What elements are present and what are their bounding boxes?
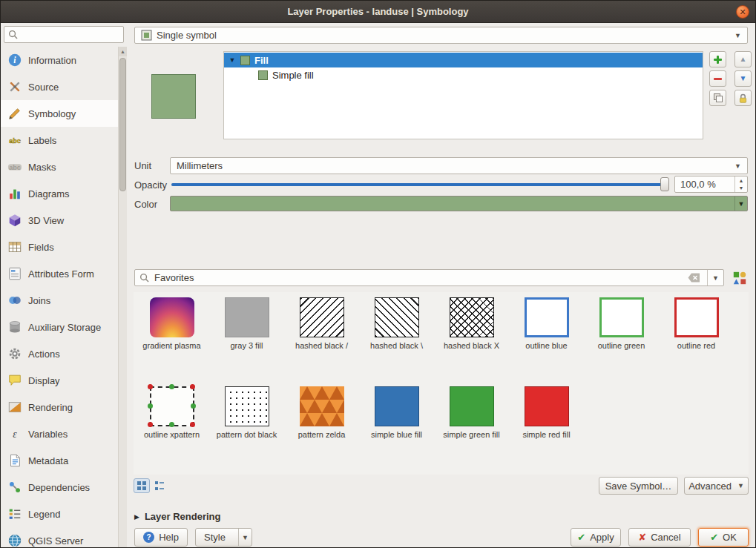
move-down-button[interactable]: ▼ — [734, 70, 752, 87]
symbol-item-outline-xpattern[interactable]: outline xpattern — [134, 386, 209, 440]
info-icon: i — [7, 53, 22, 67]
symbol-label: gray 3 fill — [230, 341, 263, 351]
symbol-item-outline-blue[interactable]: outline blue — [509, 297, 584, 351]
symbol-item-pattern-zelda[interactable]: pattern zelda — [284, 386, 359, 440]
sidebar-item-rendering[interactable]: Rendering — [1, 394, 118, 420]
sidebar-item-fields[interactable]: Fields — [1, 234, 118, 260]
spin-down-icon[interactable]: ▼ — [735, 185, 747, 193]
opacity-slider[interactable] — [171, 177, 667, 191]
lock-icon — [737, 93, 749, 104]
icon-view-button[interactable] — [134, 478, 150, 493]
style-dropdown-icon[interactable]: ▼ — [238, 529, 252, 546]
sidebar-item-symbology[interactable]: Symbology — [1, 100, 118, 127]
sidebar-item-label: Symbology — [28, 108, 76, 119]
sidebar-item-legend[interactable]: Legend — [1, 501, 118, 527]
opacity-slider-handle[interactable] — [660, 177, 669, 191]
style-manager-icon — [732, 271, 747, 285]
svg-text:ε: ε — [13, 429, 17, 440]
symbol-item-hashed-black-bwd[interactable]: hashed black \ — [359, 297, 434, 351]
symbol-item-outline-green[interactable]: outline green — [584, 297, 659, 351]
scrollbar-thumb[interactable] — [119, 58, 126, 191]
list-view-button[interactable] — [151, 478, 168, 493]
close-button[interactable]: ✕ — [736, 5, 749, 19]
color-button[interactable]: ▼ — [170, 196, 748, 211]
symbol-item-pattern-dot-black[interactable]: pattern dot black — [209, 386, 284, 440]
symbol-grid-row-2: outline xpattern pattern dot black patte… — [134, 386, 584, 440]
spin-buttons[interactable]: ▲ ▼ — [734, 176, 747, 192]
apply-button[interactable]: ✔ Apply — [571, 528, 621, 547]
plus-icon — [713, 55, 723, 65]
clear-filter-icon[interactable] — [688, 273, 700, 283]
advanced-label: Advanced — [688, 481, 732, 492]
titlebar[interactable]: Layer Properties - landuse | Symbology ✕ — [1, 1, 755, 23]
color-dropdown-icon[interactable]: ▼ — [734, 197, 747, 211]
symbol-filter-input[interactable] — [153, 271, 684, 284]
sidebar-item-information[interactable]: i Information — [1, 47, 118, 73]
symbol-item-simple-blue-fill[interactable]: simple blue fill — [359, 386, 434, 440]
symbol-thumb-hashed-black-fwd — [300, 297, 344, 337]
opacity-spinbox[interactable]: 100,0 % ▲ ▼ — [674, 176, 748, 193]
sidebar-item-qgis-server[interactable]: QGIS Server — [1, 527, 118, 547]
remove-symbol-layer-button[interactable] — [709, 70, 726, 87]
expander-icon[interactable]: ▼ — [229, 56, 236, 64]
symbol-item-outline-red[interactable]: outline red — [659, 297, 734, 351]
renderer-value: Single symbol — [157, 30, 217, 41]
sidebar-item-joins[interactable]: Joins — [1, 287, 118, 314]
sidebar-scrollbar[interactable]: ▲ — [118, 47, 127, 547]
x-icon: ✘ — [638, 532, 646, 543]
sidebar-item-3d-view[interactable]: 3D View — [1, 207, 118, 234]
unit-combo[interactable]: Millimeters ▼ — [170, 157, 748, 174]
sidebar-item-masks[interactable]: abc Masks — [1, 153, 118, 180]
style-button[interactable]: Style ▼ — [195, 528, 252, 547]
symbol-item-hashed-black-x[interactable]: hashed black X — [434, 297, 509, 351]
move-up-button[interactable]: ▲ — [734, 51, 752, 67]
sidebar-item-label: Labels — [28, 135, 56, 146]
sidebar-item-labels[interactable]: abc Labels — [1, 127, 118, 153]
renderer-combo[interactable]: Single symbol ▼ — [134, 27, 748, 44]
symbol-thumb-simple-blue-fill — [375, 386, 419, 426]
chevron-down-icon: ▼ — [734, 32, 741, 39]
labels-icon: abc — [7, 133, 22, 148]
sidebar-item-metadata[interactable]: Metadata — [1, 447, 118, 474]
sidebar-item-diagrams[interactable]: Diagrams — [1, 180, 118, 207]
symbol-layer-simple-fill-row[interactable]: Simple fill — [224, 67, 703, 82]
symbol-label: simple green fill — [443, 430, 499, 440]
filter-dropdown-icon[interactable]: ▼ — [707, 270, 723, 285]
slider-track[interactable] — [171, 183, 667, 186]
sidebar-item-variables[interactable]: ε Variables — [1, 420, 118, 447]
symbol-item-hashed-black-fwd[interactable]: hashed black / — [284, 297, 359, 351]
symbol-filter-combo[interactable]: ▼ — [134, 269, 724, 286]
advanced-button[interactable]: Advanced ▼ — [684, 477, 749, 495]
sidebar-item-dependencies[interactable]: Dependencies — [1, 474, 118, 501]
sidebar-item-attributes-form[interactable]: Attributes Form — [1, 260, 118, 287]
sidebar-item-label: Fields — [28, 242, 54, 253]
sidebar-item-actions[interactable]: Actions — [1, 340, 118, 367]
symbol-item-gradient-plasma[interactable]: gradient plasma — [134, 297, 209, 351]
sidebar-search-box[interactable] — [4, 26, 124, 43]
diagrams-icon — [7, 186, 22, 201]
add-symbol-layer-button[interactable] — [709, 51, 726, 67]
symbol-preview[interactable] — [151, 74, 196, 119]
cancel-button[interactable]: ✘ Cancel — [628, 528, 691, 547]
sidebar-item-display[interactable]: Display — [1, 367, 118, 394]
unit-value: Millimeters — [177, 160, 223, 171]
sidebar-search-input[interactable] — [21, 28, 119, 41]
duplicate-symbol-layer-button[interactable] — [709, 90, 726, 106]
help-button[interactable]: ? Help — [134, 528, 188, 547]
sidebar-item-source[interactable]: Source — [1, 73, 118, 100]
symbol-item-gray-3-fill[interactable]: gray 3 fill — [209, 297, 284, 351]
sidebar-item-label: Variables — [28, 429, 68, 440]
symbol-item-simple-green-fill[interactable]: simple green fill — [434, 386, 509, 440]
cancel-label: Cancel — [651, 532, 680, 543]
save-symbol-button[interactable]: Save Symbol… — [599, 477, 678, 495]
style-manager-button[interactable] — [730, 268, 749, 287]
layer-rendering-section[interactable]: ▶ Layer Rendering — [134, 511, 221, 522]
sidebar-item-label: Joins — [28, 295, 50, 306]
symbol-item-simple-red-fill[interactable]: simple red fill — [509, 386, 584, 440]
spin-up-icon[interactable]: ▲ — [735, 176, 747, 185]
sidebar-item-auxiliary-storage[interactable]: Auxiliary Storage — [1, 314, 118, 340]
ok-button[interactable]: ✔ OK — [698, 528, 749, 547]
scroll-up-icon[interactable]: ▲ — [119, 47, 127, 56]
symbol-layer-fill-row[interactable]: ▼ Fill — [224, 53, 703, 67]
lock-color-button[interactable] — [734, 90, 752, 106]
